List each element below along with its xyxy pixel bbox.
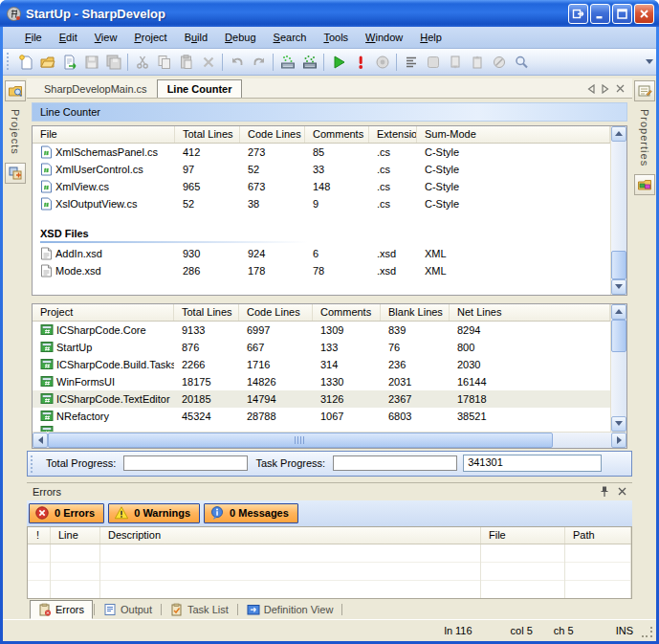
toolbar-grip[interactable] [6,53,11,71]
warnings-filter-button[interactable]: 0 Warnings [108,503,200,523]
sidebar-label-projects[interactable]: Projects [10,105,21,159]
column-header-code-lines[interactable]: Code Lines [240,126,305,143]
output-list-button[interactable] [400,52,422,73]
save-as-button[interactable] [58,52,80,73]
clear-bookmarks-button[interactable] [488,52,510,73]
column-header-description[interactable]: Description [100,527,481,544]
menu-item[interactable]: Debug [216,29,264,46]
next-tab-button[interactable] [602,84,609,94]
menu-item[interactable]: File [16,29,51,46]
scroll-up-button[interactable] [611,304,626,320]
file-row[interactable]: XslOutputView.cs 52 38 9 .cs C-Style [33,195,610,212]
scrollbar-thumb[interactable] [611,320,626,352]
save-all-button[interactable] [102,52,124,73]
menu-item[interactable]: Edit [51,29,86,46]
column-header-file[interactable]: File [33,126,175,143]
record-button[interactable] [371,52,393,73]
scroll-right-button[interactable] [611,433,626,448]
errors-filter-button[interactable]: 0 Errors [29,503,104,523]
project-row[interactable]: WinFormsUI 18175 14826 1330 2031 16144 [33,373,610,390]
column-header-code-lines[interactable]: Code Lines [239,304,313,321]
title-bar[interactable]: StartUp - SharpDevelop [0,0,659,27]
sidebar-tab-properties[interactable] [634,80,655,101]
maximize-button[interactable] [612,4,632,24]
open-file-button[interactable] [36,52,58,73]
tab-errors[interactable]: Errors [30,600,93,619]
abort-button[interactable] [349,52,371,73]
project-row[interactable] [33,425,610,432]
toolbar-overflow-button[interactable] [644,52,654,73]
run-button[interactable] [327,52,349,73]
project-row[interactable]: ICSharpCode.Core 9133 6997 1309 839 8294 [33,322,610,339]
files-table-vscrollbar[interactable] [610,126,626,295]
tab-definition-view[interactable]: Definition View [239,600,341,619]
scroll-down-button[interactable] [611,416,626,432]
menu-item[interactable]: Build [176,29,216,46]
file-row[interactable]: XmlSchemasPanel.cs 412 273 85 .cs C-Styl… [33,144,610,161]
delete-button[interactable] [197,52,219,73]
project-row[interactable]: ICSharpCode.TextEditor 20185 14794 3126 … [33,390,610,408]
sidebar-tab-classes[interactable] [5,163,26,184]
tab-line-counter[interactable]: Line Counter [157,79,243,98]
paste-button[interactable] [175,52,197,73]
resize-grip[interactable] [642,627,653,638]
menu-item[interactable]: Help [411,29,450,46]
column-header-line[interactable]: Line [51,527,100,544]
project-row[interactable]: StartUp 876 667 133 76 800 [33,339,610,356]
build-button[interactable] [276,52,298,73]
column-header-extension[interactable]: Extension [369,126,417,143]
column-header-comments[interactable]: Comments [305,126,369,143]
menu-item[interactable]: Window [357,29,411,46]
sidebar-tab-projects[interactable] [5,80,26,101]
projects-table-vscrollbar[interactable] [610,304,626,432]
column-header-total-lines[interactable]: Total Lines [175,126,240,143]
file-row[interactable]: XmlView.cs 965 673 148 .cs C-Style [33,178,610,195]
close-panel-button[interactable] [618,487,626,496]
menu-item[interactable]: Search [265,29,316,46]
prev-bookmark-button[interactable] [444,52,466,73]
column-header-blank-lines[interactable]: Blank Lines [381,304,450,321]
copy-button[interactable] [153,52,175,73]
tab-output[interactable]: Output [96,600,160,619]
column-header-sum-mode[interactable]: Sum-Mode [417,126,610,143]
project-row[interactable]: NRefactory 45324 28788 1067 6803 38521 [33,408,610,425]
menu-item[interactable]: Project [125,29,175,46]
column-header-net-lines[interactable]: Net Lines [450,304,610,321]
rebuild-button[interactable] [298,52,320,73]
sidebar-label-properties[interactable]: Properties [639,105,650,170]
project-row[interactable]: ICSharpCode.Build.Tasks 2266 1716 314 23… [33,356,610,373]
next-bookmark-button[interactable] [466,52,488,73]
file-row[interactable]: AddIn.xsd 930 924 6 .xsd XML [33,245,610,262]
new-file-button[interactable] [14,52,36,73]
pin-button[interactable] [599,485,610,498]
scroll-down-button[interactable] [611,279,626,295]
close-tab-button[interactable] [616,84,625,93]
column-header-path[interactable]: Path [565,527,631,544]
scrollbar-thumb[interactable] [611,251,626,279]
scrollbar-thumb[interactable] [48,433,553,448]
cut-button[interactable] [131,52,153,73]
column-header-severity[interactable]: ! [28,527,51,544]
column-header-file[interactable]: File [481,527,565,544]
save-button[interactable] [80,52,102,73]
menu-item[interactable]: View [86,29,126,46]
toolbar-grip[interactable] [30,455,34,473]
tab-sharpdevelopmain-cs[interactable]: SharpDevelopMain.cs [34,80,157,98]
menu-item[interactable]: Tools [315,29,357,46]
column-header-comments[interactable]: Comments [313,304,381,321]
search-button[interactable] [510,52,532,73]
float-window-button[interactable] [568,4,588,24]
panel-button[interactable] [422,52,444,73]
messages-filter-button[interactable]: 0 Messages [204,503,298,523]
redo-button[interactable] [248,52,270,73]
prev-tab-button[interactable] [587,84,595,94]
tab-task-list[interactable]: Task List [163,600,236,619]
scroll-up-button[interactable] [611,126,626,142]
projects-table-hscrollbar[interactable] [33,432,626,448]
undo-button[interactable] [226,52,248,73]
column-header-total-lines[interactable]: Total Lines [174,304,239,321]
scroll-left-button[interactable] [33,433,48,448]
close-button[interactable] [634,4,654,24]
column-header-project[interactable]: Project [33,304,174,321]
file-row[interactable]: XmlUserControl.cs 97 52 33 .cs C-Style [33,161,610,178]
